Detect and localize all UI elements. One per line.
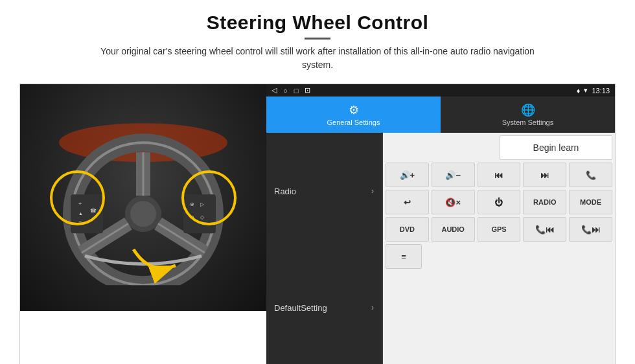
home-icon[interactable]: ○ bbox=[283, 87, 288, 95]
audio-label: AUDIO bbox=[441, 225, 464, 233]
dvd-label: DVD bbox=[400, 225, 415, 233]
menu-controls-area: Radio › DefaultSetting › Steering Wheel … bbox=[266, 133, 615, 364]
empty-space bbox=[386, 135, 497, 160]
back-nav-icon[interactable]: ◁ bbox=[271, 86, 277, 95]
menu-icon[interactable]: ⊡ bbox=[305, 86, 310, 95]
dvd-button[interactable]: DVD bbox=[386, 217, 429, 242]
tab-general-label: General Settings bbox=[327, 119, 380, 126]
begin-learn-button[interactable]: Begin learn bbox=[500, 135, 612, 160]
gear-icon: ⚙ bbox=[349, 103, 359, 117]
page-wrapper: Steering Wheel Control Your original car… bbox=[0, 0, 635, 364]
page-title: Steering Wheel Control bbox=[91, 12, 544, 34]
volume-down-button[interactable]: 🔊− bbox=[432, 163, 475, 187]
phone-button[interactable]: 📞 bbox=[569, 163, 612, 187]
radio-label: RADIO bbox=[533, 198, 556, 206]
next-track-icon: ⏭ bbox=[540, 170, 549, 180]
menu-radio-label: Radio bbox=[274, 187, 371, 196]
location-icon: ♦ bbox=[577, 87, 581, 95]
signal-icon: ▾ bbox=[584, 86, 588, 95]
prev-track-icon: ⏮ bbox=[494, 170, 503, 180]
controls-panel: Begin learn 🔊+ 🔊− ⏮ bbox=[383, 133, 615, 364]
chevron-right-icon: › bbox=[371, 187, 374, 196]
list-icon-button[interactable]: ≡ bbox=[386, 244, 422, 269]
controls-row-3: ↩ 🔇× ⏻ RADIO MODE bbox=[386, 190, 612, 214]
arrow-indicator bbox=[124, 236, 189, 288]
recents-icon[interactable]: □ bbox=[294, 87, 299, 95]
controls-row-5: ≡ bbox=[386, 244, 612, 269]
controls-row-1: Begin learn bbox=[386, 135, 612, 160]
mode-button[interactable]: MODE bbox=[569, 190, 612, 214]
tab-system-settings[interactable]: 🌐 System Settings bbox=[441, 97, 615, 133]
content-area: + ▲ − ☎ ⊕ ▷ ⊙ ◇ bbox=[19, 84, 616, 364]
phone-icon: 📞 bbox=[586, 170, 596, 180]
volume-up-button[interactable]: 🔊+ bbox=[386, 163, 429, 187]
ui-panel: ◁ ○ □ ⊡ ♦ ▾ 13:13 ⚙ General Settings bbox=[266, 84, 615, 364]
highlight-circle-left bbox=[50, 170, 105, 225]
menu-item-radio[interactable]: Radio › bbox=[266, 133, 382, 249]
status-bar-right: ♦ ▾ 13:13 bbox=[577, 86, 610, 95]
call-next-icon: 📞⏭ bbox=[581, 225, 600, 234]
power-icon: ⏻ bbox=[494, 198, 503, 207]
mode-label: MODE bbox=[580, 198, 601, 206]
radio-button[interactable]: RADIO bbox=[523, 190, 566, 214]
svg-point-4 bbox=[130, 201, 156, 227]
top-tabs: ⚙ General Settings 🌐 System Settings bbox=[266, 97, 615, 133]
tab-system-label: System Settings bbox=[502, 119, 553, 126]
menu-default-label: DefaultSetting bbox=[274, 303, 371, 313]
controls-row-2: 🔊+ 🔊− ⏮ ⏭ 📞 bbox=[386, 163, 612, 187]
globe-icon: 🌐 bbox=[521, 103, 535, 117]
prev-track-button[interactable]: ⏮ bbox=[478, 163, 521, 187]
call-prev-button[interactable]: 📞⏮ bbox=[523, 217, 566, 242]
mute-button[interactable]: 🔇× bbox=[432, 190, 475, 214]
clock: 13:13 bbox=[592, 87, 610, 95]
mute-icon: 🔇× bbox=[445, 198, 461, 207]
title-section: Steering Wheel Control Your original car… bbox=[91, 12, 544, 80]
car-image-panel: + ▲ − ☎ ⊕ ▷ ⊙ ◇ bbox=[20, 84, 266, 311]
call-prev-icon: 📞⏮ bbox=[535, 225, 554, 234]
controls-row-4: DVD AUDIO GPS 📞⏮ 📞⏭ bbox=[386, 217, 612, 242]
call-next-button[interactable]: 📞⏭ bbox=[569, 217, 612, 242]
list-icon: ≡ bbox=[401, 252, 406, 262]
gps-label: GPS bbox=[491, 225, 506, 233]
back-icon: ↩ bbox=[404, 198, 411, 207]
back-button[interactable]: ↩ bbox=[386, 190, 429, 214]
status-bar: ◁ ○ □ ⊡ ♦ ▾ 13:13 bbox=[266, 84, 615, 97]
power-button[interactable]: ⏻ bbox=[478, 190, 521, 214]
audio-button[interactable]: AUDIO bbox=[432, 217, 475, 242]
gps-button[interactable]: GPS bbox=[478, 217, 521, 242]
car-background: + ▲ − ☎ ⊕ ▷ ⊙ ◇ bbox=[20, 84, 266, 311]
volume-down-icon: 🔊− bbox=[445, 170, 461, 180]
highlight-circle-right bbox=[181, 170, 237, 225]
menu-list: Radio › DefaultSetting › Steering Wheel … bbox=[266, 133, 383, 364]
chevron-right-icon: › bbox=[371, 303, 374, 312]
next-track-button[interactable]: ⏭ bbox=[523, 163, 566, 187]
title-divider bbox=[305, 38, 330, 40]
menu-item-default-setting[interactable]: DefaultSetting › bbox=[266, 249, 382, 364]
tab-general-settings[interactable]: ⚙ General Settings bbox=[266, 97, 441, 133]
page-subtitle: Your original car's steering wheel contr… bbox=[91, 45, 544, 72]
volume-up-icon: 🔊+ bbox=[400, 170, 415, 180]
status-bar-left: ◁ ○ □ ⊡ bbox=[271, 86, 310, 95]
